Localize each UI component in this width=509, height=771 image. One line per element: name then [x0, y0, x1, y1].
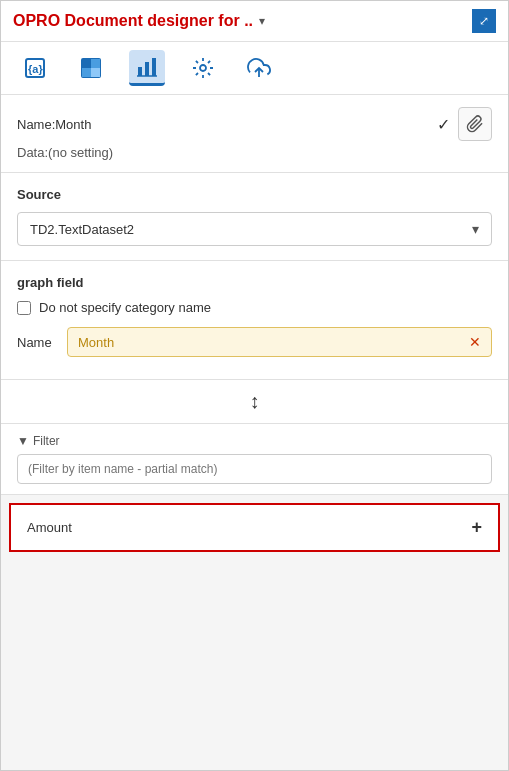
- amount-label: Amount: [27, 520, 72, 535]
- name-data-icons: ✓: [437, 107, 492, 141]
- filter-header: ▼ Filter: [17, 434, 492, 448]
- checkbox-row: Do not specify category name: [17, 300, 492, 315]
- amount-row[interactable]: Amount +: [9, 503, 500, 552]
- clip-button[interactable]: [458, 107, 492, 141]
- svg-text:{a}: {a}: [28, 63, 43, 75]
- arrow-section: ↕: [1, 380, 508, 424]
- name-tag-value: Month: [78, 335, 114, 350]
- svg-rect-4: [91, 59, 100, 68]
- source-dropdown[interactable]: TD2.TextDataset2 ▾: [17, 212, 492, 246]
- svg-rect-3: [82, 59, 91, 68]
- main-window: OPRO Document designer for .. ▾ ⤢ {a}: [0, 0, 509, 771]
- svg-point-11: [200, 65, 206, 71]
- name-label: Name:Month: [17, 117, 91, 132]
- filter-label: Filter: [33, 434, 60, 448]
- upload-icon[interactable]: [241, 50, 277, 86]
- checkmark-icon: ✓: [437, 115, 450, 134]
- data-label: Data:(no setting): [17, 145, 492, 160]
- svg-rect-9: [152, 58, 156, 76]
- svg-rect-8: [145, 62, 149, 76]
- layout-icon[interactable]: [73, 50, 109, 86]
- name-data-section: Name:Month ✓ Data:(no setting): [1, 95, 508, 173]
- graph-field-section: graph field Do not specify category name…: [1, 261, 508, 380]
- name-data-row: Name:Month ✓: [17, 107, 492, 141]
- chart-icon[interactable]: [129, 50, 165, 86]
- swap-arrow-icon[interactable]: ↕: [250, 390, 260, 413]
- category-checkbox[interactable]: [17, 301, 31, 315]
- svg-rect-6: [91, 68, 100, 77]
- name-field-row: Name Month ✕: [17, 327, 492, 357]
- filter-icon: ▼: [17, 434, 29, 448]
- content-area: Name:Month ✓ Data:(no setting) Source TD…: [1, 95, 508, 770]
- source-arrow-icon: ▾: [472, 221, 479, 237]
- filter-section: ▼ Filter: [1, 424, 508, 495]
- settings-icon[interactable]: [185, 50, 221, 86]
- source-selected: TD2.TextDataset2: [30, 222, 134, 237]
- svg-rect-7: [138, 67, 142, 76]
- toolbar: {a}: [1, 42, 508, 95]
- svg-rect-5: [82, 68, 91, 77]
- variables-icon[interactable]: {a}: [17, 50, 53, 86]
- amount-plus-icon[interactable]: +: [471, 517, 482, 538]
- checkbox-label: Do not specify category name: [39, 300, 211, 315]
- title-bar: OPRO Document designer for .. ▾ ⤢: [1, 1, 508, 42]
- graph-field-label: graph field: [17, 275, 492, 290]
- name-tag-close-icon[interactable]: ✕: [469, 334, 481, 350]
- name-tag-container: Month ✕: [67, 327, 492, 357]
- window-title: OPRO Document designer for ..: [13, 12, 253, 30]
- source-section: Source TD2.TextDataset2 ▾: [1, 173, 508, 261]
- source-label: Source: [17, 187, 492, 202]
- filter-input[interactable]: [17, 454, 492, 484]
- pin-button[interactable]: ⤢: [472, 9, 496, 33]
- name-field-label: Name: [17, 335, 57, 350]
- title-bar-left: OPRO Document designer for .. ▾: [13, 12, 265, 30]
- title-dropdown-icon[interactable]: ▾: [259, 14, 265, 28]
